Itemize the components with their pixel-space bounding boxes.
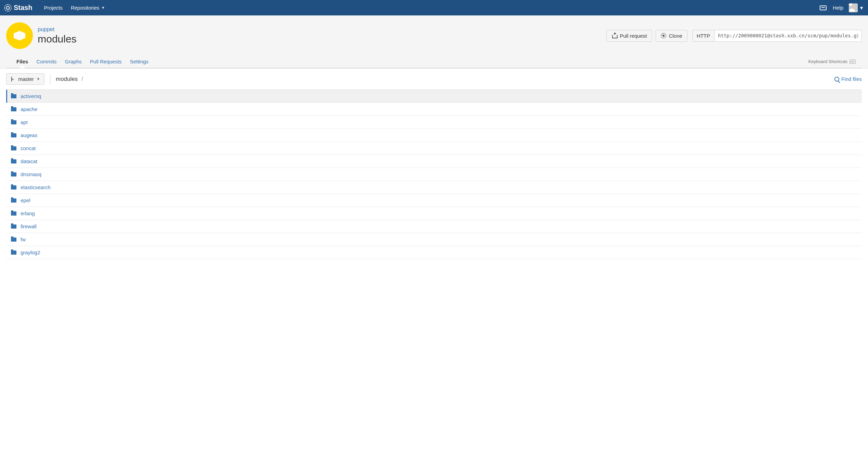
file-row[interactable]: apt	[6, 116, 862, 129]
file-name: dnsmasq	[21, 171, 41, 177]
tab-graphs[interactable]: Graphs	[61, 55, 86, 68]
nav-repositories-label: Repositories	[71, 5, 99, 11]
repo-tabs: Files Commits Graphs Pull Requests Setti…	[6, 55, 862, 68]
clone-url-group: HTTP	[692, 30, 862, 42]
chevron-down-icon: ▼	[859, 5, 864, 11]
clone-button[interactable]: Clone	[656, 30, 687, 42]
pull-request-label: Pull request	[620, 33, 647, 39]
folder-icon	[11, 94, 16, 98]
file-list: activemqapacheaptaugeasconcatdatacatdnsm…	[6, 89, 862, 259]
folder-icon	[11, 172, 16, 176]
file-row[interactable]: dnsmasq	[6, 168, 862, 181]
keyboard-shortcuts-link[interactable]: Keyboard Shortcuts	[808, 56, 856, 68]
stash-logo-icon	[4, 4, 12, 12]
file-row[interactable]: apache	[6, 103, 862, 116]
file-name: activemq	[21, 93, 41, 99]
file-row[interactable]: concat	[6, 142, 862, 155]
file-name: concat	[21, 145, 36, 151]
avatar-icon	[849, 3, 858, 12]
tab-commits[interactable]: Commits	[32, 55, 61, 68]
file-name: graylog2	[21, 249, 40, 255]
folder-icon	[11, 211, 16, 216]
search-icon	[834, 77, 839, 82]
file-name: erlang	[21, 210, 35, 216]
keyboard-icon	[850, 60, 856, 64]
folder-icon	[11, 133, 16, 137]
folder-icon	[11, 107, 16, 111]
folder-icon	[11, 146, 16, 150]
folder-icon	[11, 251, 16, 255]
repo-name: modules	[38, 33, 76, 45]
file-row[interactable]: elasticsearch	[6, 181, 862, 194]
tab-pull-requests[interactable]: Pull Requests	[86, 55, 126, 68]
app-logo[interactable]: Stash	[4, 4, 32, 12]
nav-repositories[interactable]: Repositories ▼	[67, 0, 109, 15]
topbar-right: Help ▼	[819, 3, 864, 12]
branch-icon	[11, 77, 15, 82]
file-name: augeas	[21, 132, 37, 138]
folder-icon	[11, 198, 16, 203]
user-menu[interactable]: ▼	[849, 3, 864, 12]
file-row[interactable]: epel	[6, 194, 862, 207]
branch-name: master	[18, 76, 34, 82]
file-row[interactable]: erlang	[6, 207, 862, 220]
file-name: firewall	[21, 223, 37, 229]
file-name: apt	[21, 119, 28, 125]
clone-icon	[661, 33, 666, 38]
folder-icon	[11, 120, 16, 124]
inbox-icon[interactable]	[819, 4, 827, 12]
project-header: puppet modules Pull request Clone HTTP F…	[0, 15, 868, 69]
folder-icon	[11, 185, 16, 190]
kbd-hint-label: Keyboard Shortcuts	[808, 59, 847, 64]
file-name: elasticsearch	[21, 184, 51, 190]
folder-icon	[11, 224, 16, 229]
chevron-down-icon: ▼	[101, 6, 105, 10]
file-row[interactable]: activemq	[6, 90, 862, 103]
box-icon	[14, 31, 25, 40]
file-name: datacat	[21, 158, 37, 164]
breadcrumb-sep: /	[82, 76, 83, 82]
chevron-down-icon: ▼	[37, 77, 40, 81]
file-name: fw	[21, 236, 26, 242]
pull-request-button[interactable]: Pull request	[606, 30, 652, 42]
file-name: apache	[21, 106, 37, 112]
folder-icon	[11, 237, 16, 242]
project-parent-link[interactable]: puppet	[38, 26, 76, 33]
file-row[interactable]: firewall	[6, 220, 862, 233]
file-row[interactable]: augeas	[6, 129, 862, 142]
topbar: Stash Projects Repositories ▼ Help ▼	[0, 0, 868, 15]
file-name: epel	[21, 197, 30, 203]
app-name: Stash	[14, 4, 32, 12]
find-files-link[interactable]: Find files	[834, 76, 862, 82]
file-row[interactable]: datacat	[6, 155, 862, 168]
share-icon	[611, 33, 617, 38]
nav-projects[interactable]: Projects	[40, 0, 66, 15]
folder-icon	[11, 159, 16, 163]
file-row[interactable]: fw	[6, 233, 862, 246]
nav-help[interactable]: Help	[833, 5, 843, 11]
branch-select[interactable]: master ▼	[6, 73, 45, 85]
tab-settings[interactable]: Settings	[126, 55, 152, 68]
breadcrumb: modules /	[56, 76, 85, 83]
file-row[interactable]: graylog2	[6, 246, 862, 259]
file-toolbar: master ▼ modules / Find files	[0, 69, 868, 89]
tab-files[interactable]: Files	[12, 55, 32, 68]
divider	[50, 74, 50, 84]
nav-projects-label: Projects	[44, 5, 62, 11]
nav-help-label: Help	[833, 5, 843, 11]
breadcrumb-root[interactable]: modules	[56, 76, 78, 82]
clone-label: Clone	[669, 33, 682, 39]
clone-protocol-select[interactable]: HTTP	[692, 30, 715, 42]
find-files-label: Find files	[841, 76, 862, 82]
clone-url-input[interactable]	[715, 30, 862, 42]
project-avatar	[6, 22, 33, 49]
